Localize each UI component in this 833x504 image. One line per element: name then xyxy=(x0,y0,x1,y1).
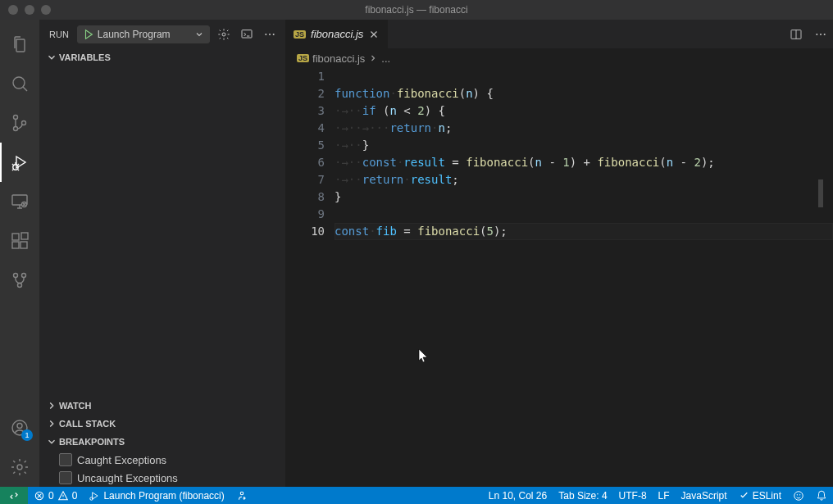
code-content[interactable]: function·fibonacci(n) {·→··if (n < 2) {·… xyxy=(335,68,833,487)
watch-label: WATCH xyxy=(59,401,92,411)
svg-point-2 xyxy=(14,127,18,131)
debug-console-button[interactable] xyxy=(238,25,256,43)
feedback-button[interactable] xyxy=(787,487,810,504)
svg-point-30 xyxy=(797,494,798,495)
svg-point-0 xyxy=(13,77,25,89)
caught-exceptions-row[interactable]: Caught Exceptions xyxy=(39,451,285,469)
activity-github[interactable] xyxy=(0,261,39,300)
svg-point-23 xyxy=(816,34,817,35)
uncaught-exceptions-checkbox[interactable] xyxy=(59,471,72,484)
language-mode[interactable]: JavaScript xyxy=(676,487,733,504)
play-icon xyxy=(83,29,94,40)
encoding[interactable]: UTF-8 xyxy=(613,487,653,504)
activity-source-control[interactable] xyxy=(0,103,39,143)
svg-point-25 xyxy=(824,34,826,35)
chevron-down-icon xyxy=(46,52,57,63)
breakpoints-label: BREAKPOINTS xyxy=(59,437,125,447)
svg-point-24 xyxy=(820,34,822,35)
chevron-right-icon xyxy=(368,53,378,63)
activity-remote-explorer[interactable] xyxy=(0,182,39,221)
svg-point-29 xyxy=(794,491,803,500)
status-bar: 0 0 Launch Program (fibonacci) Ln 10, Co… xyxy=(0,487,833,504)
window-title: fibonacci.js — fibonacci xyxy=(365,4,467,16)
activity-run-debug[interactable] xyxy=(0,143,39,182)
svg-rect-9 xyxy=(20,242,27,248)
live-share[interactable] xyxy=(230,487,253,504)
svg-point-16 xyxy=(17,465,22,470)
warnings-count: 0 xyxy=(72,490,78,502)
caught-exceptions-label: Caught Exceptions xyxy=(77,454,166,466)
accounts-badge: 1 xyxy=(21,429,33,441)
js-file-icon: JS xyxy=(294,30,306,39)
debug-sidebar: RUN Launch Program VARIABLES xyxy=(39,20,285,487)
launch-config-label: Launch Program xyxy=(98,29,171,40)
breadcrumbs[interactable]: JS fibonacci.js ... xyxy=(285,48,833,68)
activity-accounts[interactable]: 1 xyxy=(0,408,39,447)
launch-status[interactable]: Launch Program (fibonacci) xyxy=(83,487,230,504)
svg-point-21 xyxy=(273,34,275,35)
window-maximize-button[interactable] xyxy=(41,5,51,15)
callstack-section-header[interactable]: CALL STACK xyxy=(39,415,285,433)
debug-more-button[interactable] xyxy=(261,25,279,43)
window-close-button[interactable] xyxy=(8,5,18,15)
title-bar: fibonacci.js — fibonacci xyxy=(0,0,833,20)
uncaught-exceptions-row[interactable]: Uncaught Exceptions xyxy=(39,469,285,487)
editor-area: JS fibonacci.js JS fibonacci.js ... 1234… xyxy=(285,20,833,487)
uncaught-exceptions-label: Uncaught Exceptions xyxy=(77,472,178,484)
tab-size[interactable]: Tab Size: 4 xyxy=(553,487,612,504)
caught-exceptions-checkbox[interactable] xyxy=(59,453,72,466)
eol[interactable]: LF xyxy=(653,487,676,504)
close-icon[interactable] xyxy=(368,29,380,40)
line-gutter[interactable]: 12345678910 xyxy=(285,68,335,487)
tab-label: fibonacci.js xyxy=(311,28,363,40)
svg-rect-18 xyxy=(242,30,252,37)
launch-status-label: Launch Program (fibonacci) xyxy=(103,490,224,502)
breadcrumb-file[interactable]: fibonacci.js xyxy=(312,52,365,65)
minimap-scrollbar[interactable] xyxy=(818,68,823,487)
breadcrumb-trail[interactable]: ... xyxy=(381,52,390,65)
chevron-right-icon xyxy=(46,400,57,411)
svg-rect-7 xyxy=(12,234,19,240)
activity-bar: 1 xyxy=(0,20,39,487)
split-editor-button[interactable] xyxy=(784,20,808,48)
run-label: RUN xyxy=(46,30,72,39)
js-file-icon: JS xyxy=(297,54,309,62)
notifications-button[interactable] xyxy=(810,487,833,504)
svg-point-15 xyxy=(17,424,22,429)
watch-section-header[interactable]: WATCH xyxy=(39,397,285,415)
activity-settings[interactable] xyxy=(0,447,39,487)
variables-section-header[interactable]: VARIABLES xyxy=(39,48,285,66)
svg-point-11 xyxy=(22,274,26,278)
editor-more-button[interactable] xyxy=(808,20,833,48)
chevron-right-icon xyxy=(46,418,57,429)
eslint-status[interactable]: ESLint xyxy=(733,487,787,504)
svg-rect-8 xyxy=(12,242,19,248)
svg-point-1 xyxy=(14,116,18,120)
breakpoints-section-header[interactable]: BREAKPOINTS xyxy=(39,433,285,451)
activity-search[interactable] xyxy=(0,64,39,103)
errors-count: 0 xyxy=(48,490,54,502)
editor-tab-fibonacci[interactable]: JS fibonacci.js xyxy=(285,20,389,48)
svg-point-28 xyxy=(240,492,244,495)
variables-label: VARIABLES xyxy=(59,52,111,62)
launch-config-dropdown[interactable]: Launch Program xyxy=(77,25,210,43)
svg-point-13 xyxy=(18,284,22,288)
callstack-label: CALL STACK xyxy=(59,419,116,429)
svg-point-20 xyxy=(269,34,271,35)
svg-point-3 xyxy=(22,121,26,125)
chevron-down-icon xyxy=(194,30,204,39)
cursor-position[interactable]: Ln 10, Col 26 xyxy=(483,487,553,504)
remote-button[interactable] xyxy=(0,487,28,504)
editor-body[interactable]: 12345678910 function·fibonacci(n) {·→··i… xyxy=(285,68,833,487)
window-minimize-button[interactable] xyxy=(25,5,34,15)
chevron-down-icon xyxy=(46,436,57,447)
errors-warnings[interactable]: 0 0 xyxy=(28,487,83,504)
debug-settings-button[interactable] xyxy=(215,25,233,43)
svg-rect-10 xyxy=(21,233,28,239)
svg-point-17 xyxy=(222,33,225,36)
svg-point-19 xyxy=(265,34,266,35)
svg-point-31 xyxy=(799,494,800,495)
activity-explorer[interactable] xyxy=(0,25,39,64)
svg-point-12 xyxy=(14,274,18,278)
activity-extensions[interactable] xyxy=(0,221,39,261)
